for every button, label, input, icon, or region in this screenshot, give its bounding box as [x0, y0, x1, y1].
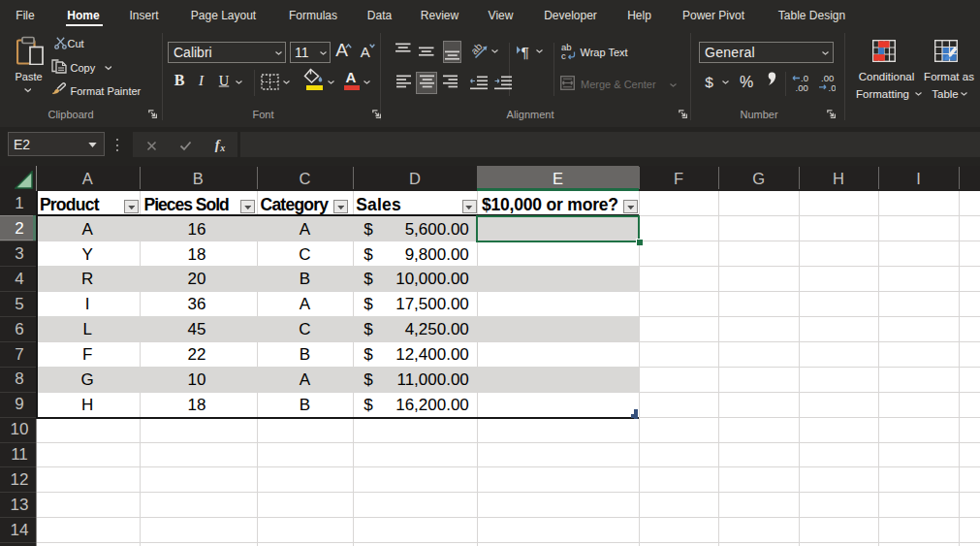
svg-text:¶: ¶: [522, 44, 529, 60]
svg-text:c: c: [561, 50, 566, 61]
svg-text:.0: .0: [829, 82, 837, 92]
svg-text:.00: .00: [796, 82, 808, 92]
